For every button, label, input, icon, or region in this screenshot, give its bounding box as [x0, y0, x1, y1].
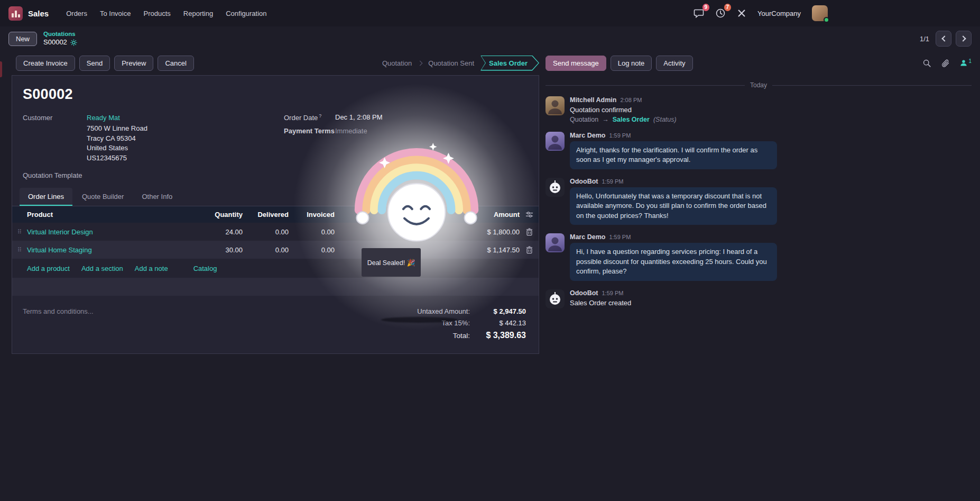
activity-button[interactable]: Activity — [656, 56, 692, 71]
cancel-button[interactable]: Cancel — [158, 56, 193, 71]
message-author: OdooBot — [570, 289, 598, 297]
status-sales-order[interactable]: Sales Order — [480, 56, 539, 71]
breadcrumb-quotations-link[interactable]: Quotations — [43, 30, 77, 38]
column-header-amount[interactable]: Amount — [456, 211, 520, 218]
message-author: Marc Demo — [570, 233, 605, 241]
search-icon[interactable] — [922, 59, 931, 68]
column-header-quantity[interactable]: Quantity — [192, 211, 243, 218]
message-time: 1:59 PM — [609, 234, 631, 240]
preview-button[interactable]: Preview — [114, 56, 153, 71]
messages-icon[interactable]: 9 — [694, 8, 704, 19]
product-link[interactable]: Virtual Home Staging — [27, 246, 92, 254]
drag-handle-icon[interactable]: ⠿ — [12, 247, 27, 253]
tab-quote-builder[interactable]: Quote Builder — [73, 188, 133, 206]
add-product-link[interactable]: Add a product — [27, 265, 70, 272]
online-status-dot — [824, 17, 829, 23]
terms-placeholder[interactable]: Terms and conditions... — [23, 307, 94, 344]
avatar-marc-demo[interactable] — [546, 132, 565, 151]
activities-icon[interactable]: 7 — [715, 8, 726, 19]
product-link[interactable]: Virtual Interior Design — [27, 228, 93, 236]
chatter-message: Marc Demo 1:59 PM Hi, I have a question … — [546, 233, 972, 280]
delete-row-icon[interactable] — [520, 228, 539, 236]
app-name[interactable]: Sales — [28, 9, 49, 18]
customer-address-line: United States — [87, 143, 147, 153]
catalog-link[interactable]: Catalog — [193, 265, 217, 272]
chatter-message: OdooBot 1:59 PM Hello, Unfortunately tha… — [546, 178, 972, 225]
avatar-odoobot[interactable] — [546, 289, 565, 308]
quotation-template-label: Quotation Template — [23, 171, 528, 179]
tab-other-info[interactable]: Other Info — [133, 188, 181, 206]
customer-address-line: 7500 W Linne Road — [87, 124, 147, 133]
message-author: OdooBot — [570, 178, 598, 185]
tab-order-lines[interactable]: Order Lines — [20, 188, 72, 206]
user-avatar[interactable] — [812, 5, 828, 21]
untaxed-amount-value: $ 2,947.50 — [477, 307, 526, 315]
column-options-icon[interactable] — [520, 211, 539, 218]
nav-item-orders[interactable]: Orders — [60, 6, 93, 21]
column-header-product[interactable]: Product — [27, 211, 192, 218]
status-quotation[interactable]: Quotation — [382, 59, 412, 67]
new-button[interactable]: New — [8, 32, 37, 46]
empty-table-row — [12, 278, 539, 296]
payment-terms-value[interactable]: Immediate — [335, 127, 367, 135]
chevron-right-icon — [418, 60, 423, 66]
order-lines-table: Product Quantity Delivered Invoiced Amou… — [12, 206, 539, 296]
nav-item-configuration[interactable]: Configuration — [220, 6, 272, 21]
nav-item-reporting[interactable]: Reporting — [178, 6, 219, 21]
main-menu: Orders To Invoice Products Reporting Con… — [60, 6, 272, 21]
amount-cell: $ 1,147.50 — [456, 246, 520, 254]
tools-icon[interactable] — [737, 8, 746, 18]
tax-value: $ 442.13 — [477, 319, 526, 327]
quantity-cell[interactable]: 24.00 — [192, 228, 243, 236]
delivered-cell[interactable]: 0.00 — [243, 246, 289, 254]
order-date-label: Order Date? — [284, 113, 335, 122]
add-section-link[interactable]: Add a section — [81, 265, 123, 272]
sales-app-icon[interactable] — [8, 6, 23, 21]
pager-next-button[interactable] — [956, 31, 972, 47]
tracking-new-value: Sales Order — [613, 116, 650, 123]
customer-address-line: US12345675 — [87, 153, 147, 163]
untaxed-amount-label: Untaxed Amount: — [417, 307, 470, 315]
log-note-button[interactable]: Log note — [611, 56, 652, 71]
avatar-odoobot[interactable] — [546, 178, 565, 197]
pager: 1/1 — [920, 31, 972, 47]
table-row: ⠿ Virtual Home Staging 30.00 0.00 0.00 $… — [12, 241, 539, 259]
attachments-icon[interactable] — [941, 59, 950, 68]
message-time: 1:59 PM — [602, 290, 623, 296]
add-note-link[interactable]: Add a note — [135, 265, 168, 272]
avatar-mitchell-admin[interactable] — [546, 96, 565, 115]
column-header-invoiced[interactable]: Invoiced — [289, 211, 335, 218]
control-panel: Create Invoice Send Preview Cancel Quota… — [0, 51, 539, 75]
pager-previous-button[interactable] — [936, 31, 951, 47]
column-header-delivered[interactable]: Delivered — [243, 211, 289, 218]
nav-item-to-invoice[interactable]: To Invoice — [94, 6, 137, 21]
nav-item-products[interactable]: Products — [137, 6, 176, 21]
customer-link[interactable]: Ready Mat — [87, 113, 147, 123]
drag-handle-icon[interactable]: ⠿ — [12, 229, 27, 235]
send-button[interactable]: Send — [79, 56, 110, 71]
actions-gear-icon[interactable] — [70, 39, 77, 46]
delivered-cell[interactable]: 0.00 — [243, 228, 289, 236]
messages-count-badge: 9 — [702, 4, 710, 11]
create-invoice-button[interactable]: Create Invoice — [16, 56, 75, 71]
message-bubble: Hello, Unfortunately that was a temporar… — [570, 187, 777, 225]
invoiced-cell[interactable]: 0.00 — [289, 228, 335, 236]
invoiced-cell[interactable]: 0.00 — [289, 246, 335, 254]
statusbar: Quotation Quotation Sent Sales Order — [382, 56, 539, 71]
message-author: Mitchell Admin — [570, 96, 616, 104]
followers-count: 1 — [968, 59, 972, 64]
quantity-cell[interactable]: 30.00 — [192, 246, 243, 254]
left-edge-marker — [0, 61, 2, 77]
form-view: Create Invoice Send Preview Cancel Quota… — [0, 51, 539, 354]
table-row: ⠿ Virtual Interior Design 24.00 0.00 0.0… — [12, 223, 539, 241]
message-time: 1:59 PM — [602, 178, 623, 185]
send-message-button[interactable]: Send message — [546, 56, 606, 71]
status-quotation-sent[interactable]: Quotation Sent — [428, 59, 474, 67]
company-name[interactable]: YourCompany — [757, 10, 801, 17]
delete-row-icon[interactable] — [520, 246, 539, 254]
avatar-marc-demo[interactable] — [546, 233, 565, 252]
date-divider: Today — [546, 81, 972, 89]
breadcrumb-bar: New Quotations S00002 1/1 — [0, 26, 980, 51]
order-date-value[interactable]: Dec 1, 2:08 PM — [335, 113, 383, 122]
followers-icon[interactable]: 1 — [959, 59, 972, 67]
